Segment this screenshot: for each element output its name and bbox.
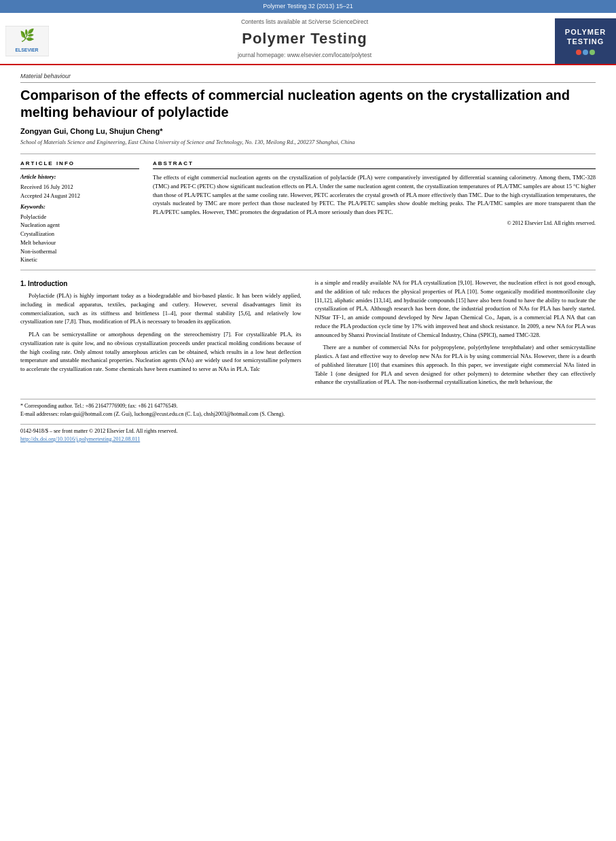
journal-issue-bar: Polymer Testing 32 (2013) 15–21 xyxy=(0,0,616,13)
header-divider xyxy=(20,154,596,154)
bottom-bar: 0142-9418/$ – see front matter © 2012 El… xyxy=(20,424,596,444)
journal-issue-text: Polymer Testing 32 (2013) 15–21 xyxy=(263,3,352,10)
contents-available-text: Contents lists available at SciVerse Sci… xyxy=(54,18,555,26)
intro-para-3: is a simple and readily available NA for… xyxy=(315,279,596,339)
keyword-5: Non-isothermal xyxy=(20,247,139,256)
journal-homepage: journal homepage: www.elsevier.com/locat… xyxy=(54,52,555,60)
body-two-col: 1. Introduction Polylactide (PLA) is hig… xyxy=(20,279,596,391)
accepted-date: Accepted 24 August 2012 xyxy=(20,192,139,200)
intro-para-1: Polylactide (PLA) is highly important to… xyxy=(20,291,302,326)
intro-heading: 1. Introduction xyxy=(20,279,302,289)
journal-badge: POLYMER TESTING xyxy=(555,18,616,65)
doi-link[interactable]: http://dx.doi.org/10.1016/j.polymertesti… xyxy=(20,435,596,444)
email-label: E-mail addresses: xyxy=(20,411,59,417)
footnotes: * Corresponding author. Tel.: +86 216477… xyxy=(20,399,596,418)
abstract-header: ABSTRACT xyxy=(153,160,596,169)
circle-green xyxy=(590,50,595,55)
svg-text:ELSEVIER: ELSEVIER xyxy=(15,48,38,52)
elsevier-logo-icon: 🌿 ELSEVIER xyxy=(5,26,49,56)
journal-badge-text: POLYMER TESTING xyxy=(565,27,606,47)
article-title: Comparison of the effects of commercial … xyxy=(20,87,596,121)
journal-badge-decoration xyxy=(576,50,595,55)
email-addresses: E-mail addresses: rolan-gui@hotmail.com … xyxy=(20,410,596,418)
journal-header: 🌿 ELSEVIER Contents lists available at S… xyxy=(0,13,616,66)
article-info-abstract: ARTICLE INFO Article history: Received 1… xyxy=(20,160,596,264)
keyword-2: Nucleation agent xyxy=(20,221,139,230)
authors: Zongyan Gui, Chong Lu, Shujun Cheng* xyxy=(20,126,596,137)
page: Polymer Testing 32 (2013) 15–21 🌿 ELSEVI… xyxy=(0,0,616,841)
affiliation: School of Materials Science and Engineer… xyxy=(20,139,596,147)
corresponding-author: * Corresponding author. Tel.: +86 216477… xyxy=(20,402,596,410)
body-right-col: is a simple and readily available NA for… xyxy=(315,279,596,391)
body-left-col: 1. Introduction Polylactide (PLA) is hig… xyxy=(20,279,302,391)
article-info-column: ARTICLE INFO Article history: Received 1… xyxy=(20,160,139,264)
article-history-label: Article history: xyxy=(20,173,139,181)
abstract-copyright: © 2012 Elsevier Ltd. All rights reserved… xyxy=(153,219,596,227)
abstract-body-divider xyxy=(20,270,596,270)
email-values: rolan-gui@hotmail.com (Z. Gui), luchong@… xyxy=(60,411,285,417)
circle-red xyxy=(576,50,581,55)
keyword-6: Kinetic xyxy=(20,255,139,264)
keywords-label: Keywords: xyxy=(20,203,139,211)
body-content: 1. Introduction Polylactide (PLA) is hig… xyxy=(20,279,596,391)
intro-para-4: There are a number of commercial NAs for… xyxy=(315,343,596,387)
journal-title-area: Contents lists available at SciVerse Sci… xyxy=(54,18,555,65)
abstract-body: The effects of eight commercial nucleati… xyxy=(153,173,596,217)
keyword-1: Polylactide xyxy=(20,213,139,221)
circle-blue xyxy=(583,50,588,55)
received-date: Received 16 July 2012 xyxy=(20,183,139,192)
elsevier-logo-area: 🌿 ELSEVIER xyxy=(0,18,54,65)
journal-title: Polymer Testing xyxy=(54,29,555,50)
article-info-header: ARTICLE INFO xyxy=(20,160,139,169)
intro-para-2: PLA can be semicrystalline or amorphous … xyxy=(20,330,302,374)
abstract-column: ABSTRACT The effects of eight commercial… xyxy=(153,160,596,264)
issn-text: 0142-9418/$ – see front matter © 2012 El… xyxy=(20,427,596,435)
keyword-3: Crystallization xyxy=(20,230,139,238)
svg-text:🌿: 🌿 xyxy=(20,28,35,43)
section-label: Material behaviour xyxy=(20,72,596,83)
main-content: Material behaviour Comparison of the eff… xyxy=(0,65,616,450)
keyword-4: Melt behaviour xyxy=(20,238,139,247)
